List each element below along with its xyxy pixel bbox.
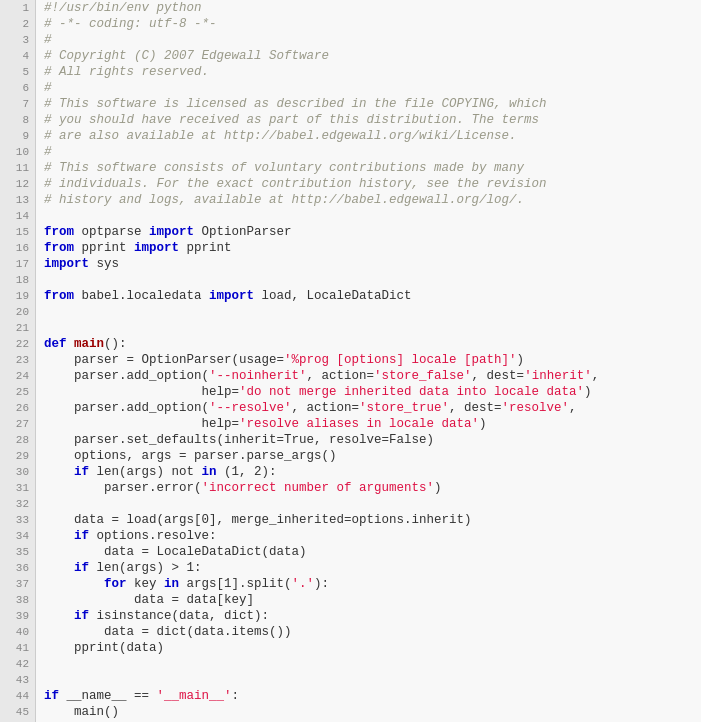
token-keyword: import: [149, 225, 194, 239]
token-plain: ():: [104, 337, 127, 351]
token-plain: data = load(args[0], merge_inherited=opt…: [44, 513, 472, 527]
token-string: 'resolve aliases in locale data': [239, 417, 479, 431]
code-line: # -*- coding: utf-8 -*-: [44, 16, 693, 32]
line-number: 28: [6, 432, 29, 448]
code-line: # history and logs, available at http://…: [44, 192, 693, 208]
line-number: 35: [6, 544, 29, 560]
token-string: '--resolve': [209, 401, 292, 415]
token-plain: parser = OptionParser(usage=: [44, 353, 284, 367]
token-string: 'store_true': [359, 401, 449, 415]
token-plain: data = data[key]: [44, 593, 254, 607]
line-number: 45: [6, 704, 29, 720]
token-plain: main(): [44, 705, 119, 719]
code-line: parser.add_option('--noinherit', action=…: [44, 368, 693, 384]
code-line: data = dict(data.items()): [44, 624, 693, 640]
token-plain: data = dict(data.items()): [44, 625, 292, 639]
line-number: 41: [6, 640, 29, 656]
token-comment: # All rights reserved.: [44, 65, 209, 79]
line-number: 31: [6, 480, 29, 496]
code-line: # you should have received as part of th…: [44, 112, 693, 128]
token-string: '--noinherit': [209, 369, 307, 383]
line-number: 4: [6, 48, 29, 64]
line-number: 16: [6, 240, 29, 256]
token-plain: parser.set_defaults(inherit=True, resolv…: [44, 433, 434, 447]
token-plain: parser.add_option(: [44, 369, 209, 383]
token-keyword: if: [74, 609, 89, 623]
line-number: 8: [6, 112, 29, 128]
code-line: help='resolve aliases in locale data'): [44, 416, 693, 432]
token-string: 'resolve': [502, 401, 570, 415]
token-keyword: in: [202, 465, 217, 479]
code-line: if options.resolve:: [44, 528, 693, 544]
token-plain: [44, 609, 74, 623]
token-keyword: from: [44, 225, 74, 239]
code-line: data = load(args[0], merge_inherited=opt…: [44, 512, 693, 528]
token-plain: [67, 337, 75, 351]
line-number: 20: [6, 304, 29, 320]
token-plain: [44, 577, 104, 591]
token-plain: OptionParser: [194, 225, 292, 239]
token-plain: [44, 465, 74, 479]
token-comment: # history and logs, available at http://…: [44, 193, 524, 207]
line-number: 27: [6, 416, 29, 432]
code-line: [44, 272, 693, 288]
token-keyword: if: [44, 689, 59, 703]
token-plain: help=: [44, 385, 239, 399]
code-line: if len(args) > 1:: [44, 560, 693, 576]
token-plain: args[1].split(: [179, 577, 292, 591]
code-line: if isinstance(data, dict):: [44, 608, 693, 624]
token-plain: ,: [592, 369, 600, 383]
line-number: 1: [6, 0, 29, 16]
code-line: main(): [44, 704, 693, 720]
line-number: 19: [6, 288, 29, 304]
line-number: 33: [6, 512, 29, 528]
code-line: for key in args[1].split('.'):: [44, 576, 693, 592]
token-keyword: def: [44, 337, 67, 351]
token-plain: ,: [569, 401, 577, 415]
code-line: [44, 304, 693, 320]
code-line: [44, 672, 693, 688]
token-plain: help=: [44, 417, 239, 431]
token-plain: [44, 529, 74, 543]
token-keyword: if: [74, 561, 89, 575]
line-number: 15: [6, 224, 29, 240]
token-comment: # This software is licensed as described…: [44, 97, 547, 111]
line-number: 10: [6, 144, 29, 160]
line-number: 44: [6, 688, 29, 704]
token-plain: , dest=: [449, 401, 502, 415]
code-line: data = LocaleDataDict(data): [44, 544, 693, 560]
token-plain: sys: [89, 257, 119, 271]
line-number: 23: [6, 352, 29, 368]
line-number: 12: [6, 176, 29, 192]
code-line: # All rights reserved.: [44, 64, 693, 80]
line-number: 11: [6, 160, 29, 176]
token-comment: # are also available at http://babel.edg…: [44, 129, 517, 143]
token-plain: parser.error(: [44, 481, 202, 495]
token-string: '.': [292, 577, 315, 591]
code-line: [44, 496, 693, 512]
code-line: #!/usr/bin/env python: [44, 0, 693, 16]
token-string: '__main__': [157, 689, 232, 703]
token-plain: , dest=: [472, 369, 525, 383]
code-line: #: [44, 32, 693, 48]
token-plain: data = LocaleDataDict(data): [44, 545, 307, 559]
token-comment: #: [44, 33, 52, 47]
token-plain: parser.add_option(: [44, 401, 209, 415]
line-number: 17: [6, 256, 29, 272]
line-number: 29: [6, 448, 29, 464]
code-line: data = data[key]: [44, 592, 693, 608]
token-plain: load, LocaleDataDict: [254, 289, 412, 303]
token-plain: ): [584, 385, 592, 399]
token-funcname: main: [74, 337, 104, 351]
token-plain: key: [127, 577, 165, 591]
code-line: parser.set_defaults(inherit=True, resolv…: [44, 432, 693, 448]
line-number: 30: [6, 464, 29, 480]
code-body: #!/usr/bin/env python# -*- coding: utf-8…: [36, 0, 701, 722]
token-comment: # Copyright (C) 2007 Edgewall Software: [44, 49, 329, 63]
line-number: 36: [6, 560, 29, 576]
code-line: [44, 320, 693, 336]
line-number-gutter: 1234567891011121314151617181920212223242…: [0, 0, 36, 722]
token-string: 'do not merge inherited data into locale…: [239, 385, 584, 399]
token-keyword: for: [104, 577, 127, 591]
code-line: # This software consists of voluntary co…: [44, 160, 693, 176]
